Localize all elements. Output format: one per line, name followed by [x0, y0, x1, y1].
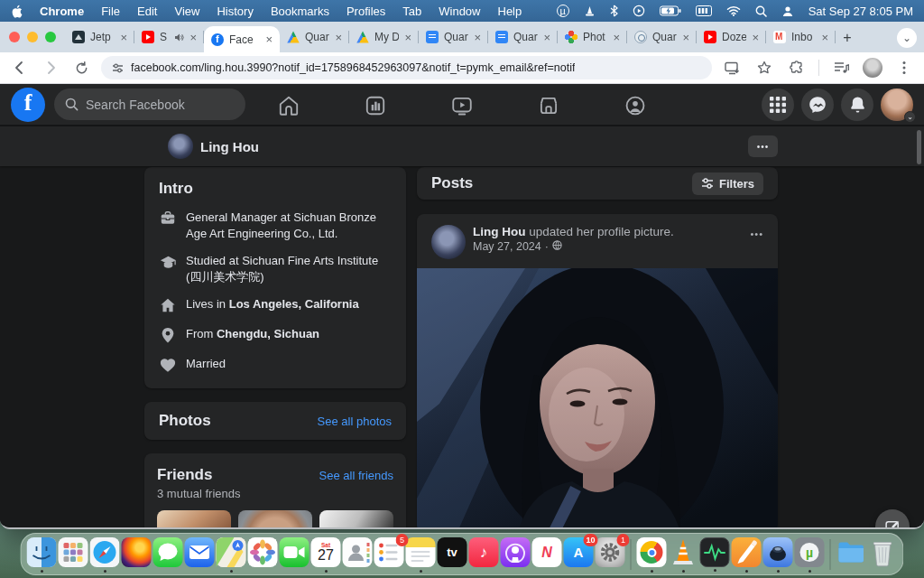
dock-system-settings[interactable]: 1 — [596, 537, 625, 567]
dock-messages[interactable] — [153, 537, 183, 567]
apple-menu-icon[interactable] — [11, 4, 23, 18]
battery-charging-icon[interactable] — [660, 4, 681, 18]
menu-window[interactable]: Window — [439, 5, 480, 18]
home-icon[interactable] — [276, 93, 301, 118]
dock-trash[interactable] — [868, 537, 898, 567]
notifications-bell-icon[interactable] — [841, 89, 873, 121]
see-all-photos-link[interactable]: See all photos — [318, 415, 392, 428]
dock-music[interactable]: ♪ — [469, 537, 499, 567]
tab-close-icon[interactable]: × — [752, 32, 759, 43]
minimize-window-button[interactable] — [27, 32, 38, 42]
marketplace-icon[interactable] — [536, 93, 561, 118]
tab-docs-2[interactable]: Quar × — [488, 22, 558, 52]
back-button[interactable] — [9, 57, 31, 79]
menu-app-name[interactable]: Chrome — [40, 5, 84, 18]
tab-close-icon[interactable]: × — [189, 32, 197, 43]
tab-gmail[interactable]: Inbo × — [766, 22, 836, 52]
facebook-logo[interactable]: f — [11, 88, 45, 122]
dock-chrome[interactable] — [637, 537, 667, 567]
apps-grid-icon[interactable] — [762, 89, 794, 121]
kebab-menu-icon[interactable] — [893, 57, 915, 79]
friend-thumbnail[interactable] — [238, 510, 312, 529]
post-author-avatar[interactable] — [431, 225, 466, 259]
compose-fab-button[interactable] — [875, 509, 910, 529]
address-bar[interactable]: facebook.com/ling.hou.3990?notif_id=1758… — [101, 56, 712, 79]
tab-close-icon[interactable]: × — [543, 32, 550, 43]
tab-audio-icon[interactable] — [174, 33, 184, 42]
dock-calendar[interactable]: Sat 27 — [311, 537, 341, 567]
see-all-friends-link[interactable]: See all friends — [319, 469, 393, 482]
keyboard-icon[interactable] — [696, 4, 712, 18]
dock-vlc[interactable] — [669, 537, 698, 567]
dock-finder[interactable] — [27, 537, 57, 567]
forward-button[interactable] — [40, 57, 61, 79]
watch-icon[interactable] — [449, 93, 475, 118]
tab-drive-2[interactable]: My D × — [349, 22, 419, 52]
new-tab-button[interactable]: + — [836, 26, 859, 50]
profile-name[interactable]: Ling Hou — [200, 139, 259, 154]
fast-user-switch-icon[interactable] — [781, 4, 794, 18]
tab-youtube-playing[interactable]: S × — [134, 22, 204, 52]
browser-profile-avatar[interactable] — [863, 58, 882, 78]
dock-facetime[interactable] — [280, 537, 310, 567]
menu-help[interactable]: Help — [498, 5, 522, 18]
tab-close-icon[interactable]: × — [120, 32, 127, 43]
menu-history[interactable]: History — [217, 5, 253, 18]
post-date[interactable]: May 27, 2024 — [473, 240, 541, 253]
dock-pages[interactable] — [732, 537, 762, 567]
tab-photos[interactable]: Phot × — [558, 22, 627, 52]
dock-utorrent[interactable]: µ — [795, 537, 825, 567]
filters-button[interactable]: Filters — [692, 172, 763, 195]
dock-app-store[interactable]: 10 A — [564, 537, 594, 567]
profile-avatar[interactable] — [168, 134, 193, 159]
menu-file[interactable]: File — [101, 5, 120, 18]
tab-youtube-2[interactable]: Doze × — [697, 22, 766, 52]
dock-firefox[interactable] — [122, 537, 152, 567]
site-settings-icon[interactable] — [112, 62, 124, 74]
friend-thumbnail[interactable] — [157, 510, 231, 529]
dock-blue-utility[interactable] — [763, 537, 793, 567]
tab-close-icon[interactable]: × — [682, 32, 689, 43]
menu-bookmarks[interactable]: Bookmarks — [271, 5, 329, 18]
tab-quar-site[interactable]: Quar × — [627, 22, 697, 52]
post-photo[interactable] — [417, 268, 778, 529]
wifi-icon[interactable] — [726, 4, 741, 18]
tab-facebook-active[interactable]: Face × — [204, 26, 280, 52]
menu-profiles[interactable]: Profiles — [346, 5, 385, 18]
media-controls-icon[interactable] — [830, 57, 852, 79]
post-more-button[interactable]: ••• — [750, 225, 763, 259]
reload-button[interactable] — [70, 57, 92, 79]
vlc-icon[interactable] — [584, 4, 596, 18]
menu-view[interactable]: View — [174, 5, 199, 18]
close-window-button[interactable] — [9, 32, 20, 42]
dock-contacts[interactable] — [343, 537, 373, 567]
tab-docs-1[interactable]: Quar × — [419, 22, 488, 52]
dock-photos[interactable] — [248, 537, 278, 567]
install-icon[interactable] — [721, 57, 743, 79]
page-scrollbar[interactable] — [917, 130, 921, 164]
dock-reminders[interactable]: 5 — [374, 537, 404, 567]
utorrent-icon[interactable]: µ — [557, 5, 569, 17]
dock-notes[interactable] — [406, 537, 436, 567]
friend-thumbnail[interactable] — [319, 510, 393, 529]
tab-close-icon[interactable]: × — [265, 33, 273, 45]
dashboard-icon[interactable] — [363, 93, 388, 118]
facebook-search[interactable]: Search Facebook — [54, 89, 245, 120]
spotlight-icon[interactable] — [755, 4, 767, 18]
tab-close-icon[interactable]: × — [821, 32, 828, 43]
account-avatar[interactable]: ⌄ — [881, 89, 913, 121]
bookmark-star-icon[interactable] — [753, 57, 775, 79]
menu-bar-clock[interactable]: Sat Sep 27 8:05 PM — [808, 5, 913, 18]
tab-search-button[interactable]: ⌄ — [897, 28, 917, 48]
menu-edit[interactable]: Edit — [137, 5, 157, 18]
dock-activity-monitor[interactable] — [700, 537, 730, 567]
tab-close-icon[interactable]: × — [613, 32, 620, 43]
zoom-window-button[interactable] — [45, 32, 56, 42]
groups-icon[interactable] — [623, 93, 648, 118]
dock-downloads-folder[interactable] — [836, 537, 866, 567]
menu-tab[interactable]: Tab — [402, 5, 421, 18]
profile-more-button[interactable]: ••• — [748, 135, 778, 157]
dock-podcasts[interactable] — [501, 537, 531, 567]
screen-record-icon[interactable] — [633, 4, 645, 18]
dock-apple-tv[interactable]: tv — [438, 537, 467, 567]
